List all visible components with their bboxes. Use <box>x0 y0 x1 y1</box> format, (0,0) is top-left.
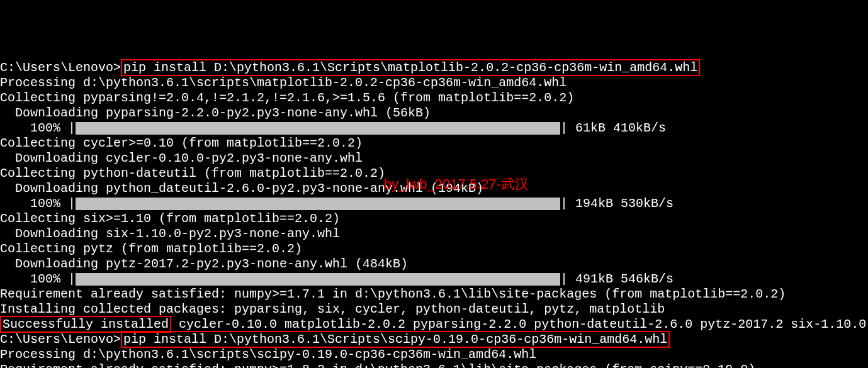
prompt: C:\Users\Lenovo> <box>0 332 121 347</box>
progress-sep: | <box>560 196 568 211</box>
terminal-line: Collecting six>=1.10 (from matplotlib==2… <box>0 211 868 226</box>
terminal-line: Collecting cycler>=0.10 (from matplotlib… <box>0 136 868 151</box>
prompt: C:\Users\Lenovo> <box>0 60 121 75</box>
progress-line: 100% || 61kB 410kB/s <box>0 121 868 136</box>
progress-bar <box>76 122 560 135</box>
terminal-output: C:\Users\Lenovo>pip install D:\python3.6… <box>0 60 868 368</box>
command-highlight: pip install D:\python3.6.1\Scripts\scipy… <box>121 331 670 348</box>
progress-percent: 100% <box>0 121 68 135</box>
progress-info: 194kB 530kB/s <box>568 196 674 211</box>
success-highlight: Successfully installed <box>0 316 171 333</box>
terminal-line: Processing d:\python3.6.1\scripts\scipy-… <box>0 347 868 362</box>
progress-percent: 100% <box>0 272 68 286</box>
terminal-line: Requirement already satisfied: numpy>=1.… <box>0 287 868 302</box>
progress-sep: | <box>560 121 568 135</box>
success-rest: cycler-0.10.0 matplotlib-2.0.2 pyparsing… <box>171 317 866 332</box>
terminal-line: Collecting python-dateutil (from matplot… <box>0 166 868 181</box>
progress-sep: | <box>68 196 76 211</box>
progress-sep: | <box>68 272 76 286</box>
progress-line: 100% || 194kB 530kB/s <box>0 196 868 211</box>
progress-sep: | <box>68 121 76 135</box>
terminal-line: C:\Users\Lenovo>pip install D:\python3.6… <box>0 332 868 347</box>
progress-line: 100% || 491kB 546kB/s <box>0 272 868 287</box>
terminal-line: Collecting pyparsing!=2.0.4,!=2.1.2,!=2.… <box>0 91 868 106</box>
terminal-line: Downloading six-1.10.0-py2.py3-none-any.… <box>0 226 868 242</box>
progress-bar <box>76 198 560 210</box>
progress-info: 491kB 546kB/s <box>568 272 674 286</box>
terminal-line: Successfully installed cycler-0.10.0 mat… <box>0 317 868 332</box>
terminal-line: Requirement already satisfied: numpy>=1.… <box>0 362 868 368</box>
progress-bar <box>76 273 560 286</box>
progress-sep: | <box>560 272 568 286</box>
progress-info: 61kB 410kB/s <box>568 121 666 135</box>
command-highlight: pip install D:\python3.6.1\Scripts\matpl… <box>121 59 700 76</box>
terminal-line: Installing collected packages: pyparsing… <box>0 302 868 317</box>
terminal-line: Downloading python_dateutil-2.6.0-py2.py… <box>0 181 868 196</box>
progress-percent: 100% <box>0 196 68 211</box>
terminal-line: Downloading cycler-0.10.0-py2.py3-none-a… <box>0 151 868 166</box>
terminal-line: C:\Users\Lenovo>pip install D:\python3.6… <box>0 60 868 75</box>
terminal-line: Downloading pytz-2017.2-py2.py3-none-any… <box>0 257 868 272</box>
terminal-line: Downloading pyparsing-2.2.0-py2.py3-none… <box>0 106 868 121</box>
terminal-line: Collecting pytz (from matplotlib==2.0.2) <box>0 242 868 257</box>
terminal-line: Processing d:\python3.6.1\scripts\matplo… <box>0 75 868 91</box>
